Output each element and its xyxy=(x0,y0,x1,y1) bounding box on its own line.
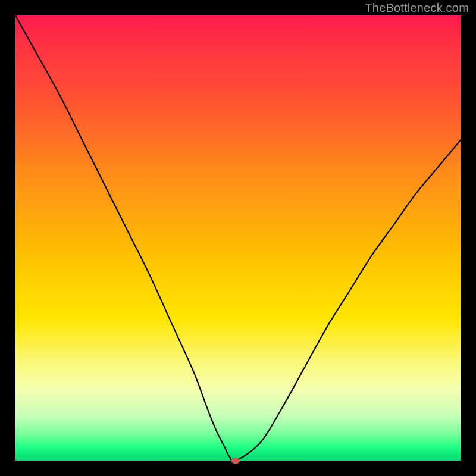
minimum-marker xyxy=(231,458,240,464)
plot-area xyxy=(15,15,461,461)
bottleneck-curve xyxy=(15,15,461,461)
watermark-text: TheBottleneck.com xyxy=(365,1,469,15)
chart-frame: TheBottleneck.com xyxy=(0,0,476,476)
